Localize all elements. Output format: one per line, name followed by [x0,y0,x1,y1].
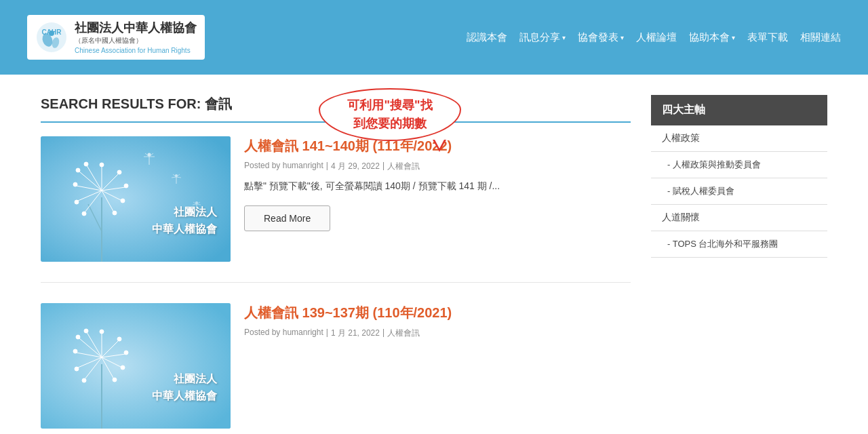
nav-item-links[interactable]: 相關連結 [800,31,841,44]
svg-point-4 [49,31,54,36]
sidebar-title: 四大主軸 [651,95,827,125]
thumbnail-text: 社團法人 中華人權協會 [152,203,217,238]
svg-rect-46 [41,303,231,429]
site-header: CAHR 社團法人中華人權協會 （原名中國人權協會） Chinese Assoc… [0,0,868,75]
article-excerpt: 點擊" 預覽下載"後, 可全螢幕閱讀 140期 / 預覽下載 141 期 /..… [244,178,631,195]
article-thumbnail: 社團法人 中華人權協會 [41,136,231,262]
svg-point-19 [117,170,121,174]
svg-point-0 [37,22,66,52]
svg-point-61 [121,366,125,370]
thumbnail-text: 社團法人 中華人權協會 [152,370,217,405]
svg-point-66 [76,335,80,339]
svg-point-21 [121,199,125,203]
sidebar: 四大主軸 人權政策 - 人權政策與推動委員會 - 賦稅人權委員會 人道關懷 - … [651,95,827,434]
svg-point-26 [76,168,80,172]
dandelion-illustration-2 [41,303,231,429]
nav-item-news[interactable]: 訊息分享 ▾ [519,31,566,44]
article-title[interactable]: 人權會訊 141~140期 (111年/2022) [244,136,631,155]
article-card: 社團法人 中華人權協會 人權會訊 139~137期 (110年/2021) Po… [41,303,631,434]
logo-subtitle: （原名中國人權協會） [75,36,197,45]
sidebar-item-human-rights-policy[interactable]: 人權政策 [651,125,827,152]
article-meta: Posted by humanright | 4 月 29, 2022 | 人權… [244,161,631,172]
thumbnail-image: 社團法人 中華人權協會 [41,136,231,262]
logo-text: 社團法人中華人權協會 （原名中國人權協會） Chinese Associatio… [75,20,197,54]
sidebar-item-tax-committee[interactable]: - 賦稅人權委員會 [651,178,827,205]
read-more-button[interactable]: Read More [244,205,330,231]
dandelion-illustration [41,136,231,262]
article-thumbnail: 社團法人 中華人權協會 [41,303,231,429]
svg-point-64 [75,367,79,371]
svg-point-23 [82,212,86,216]
page-body: 可利用"搜尋"找 到您要的期數 SEARCH RESULTS FOR: 會訊 [27,75,841,434]
svg-point-20 [124,184,128,188]
chevron-down-icon: ▾ [562,34,566,41]
article-title[interactable]: 人權會訊 139~137期 (110年/2021) [244,303,631,322]
nav-item-forum[interactable]: 人權論壇 [636,31,677,44]
svg-point-59 [117,337,121,341]
main-content: SEARCH RESULTS FOR: 會訊 [41,95,631,434]
svg-point-22 [113,211,117,215]
svg-point-18 [100,163,104,167]
sidebar-item-tops[interactable]: - TOPS 台北海外和平服務團 [651,231,827,258]
nav-item-forms[interactable]: 表單下載 [747,31,788,44]
svg-point-27 [84,162,88,166]
svg-point-35 [175,174,178,177]
svg-point-25 [73,182,77,186]
article-body: 人權會訊 141~140期 (111年/2022) Posted by huma… [244,136,631,262]
logo-title: 社團法人中華人權協會 [75,20,197,36]
chevron-down-icon: ▾ [732,34,735,41]
nav-item-publish[interactable]: 協會發表 ▾ [578,31,624,44]
svg-point-60 [124,351,128,355]
svg-point-67 [84,329,88,333]
sidebar-item-humanitarian[interactable]: 人道關懷 [651,205,827,231]
article-meta: Posted by humanright | 1 月 21, 2022 | 人權… [244,328,631,339]
svg-point-62 [113,378,117,382]
nav-item-about[interactable]: 認識本會 [467,31,507,44]
logo-area[interactable]: CAHR 社團法人中華人權協會 （原名中國人權協會） Chinese Assoc… [27,15,205,60]
svg-point-63 [82,378,86,382]
search-results-title: SEARCH RESULTS FOR: 會訊 [41,95,631,123]
sidebar-item-policy-committee[interactable]: - 人權政策與推動委員會 [651,152,827,178]
logo-icon: CAHR [35,21,68,54]
sidebar-section: 四大主軸 人權政策 - 人權政策與推動委員會 - 賦稅人權委員會 人道關懷 - … [651,95,827,258]
article-body: 人權會訊 139~137期 (110年/2021) Posted by huma… [244,303,631,429]
svg-rect-5 [41,136,231,262]
svg-point-24 [75,200,79,204]
svg-point-58 [100,330,104,334]
main-nav: 認識本會 訊息分享 ▾ 協會發表 ▾ 人權論壇 協助本會 ▾ 表單下載 相關連結 [467,31,841,44]
thumbnail-image: 社團法人 中華人權協會 [41,303,231,429]
logo-en: Chinese Association for Human Rights [75,47,197,54]
svg-point-65 [73,349,77,353]
nav-item-help[interactable]: 協助本會 ▾ [689,31,735,44]
chevron-down-icon: ▾ [620,34,624,41]
article-card: 社團法人 中華人權協會 人權會訊 141~140期 (111年/2022) Po… [41,136,631,283]
